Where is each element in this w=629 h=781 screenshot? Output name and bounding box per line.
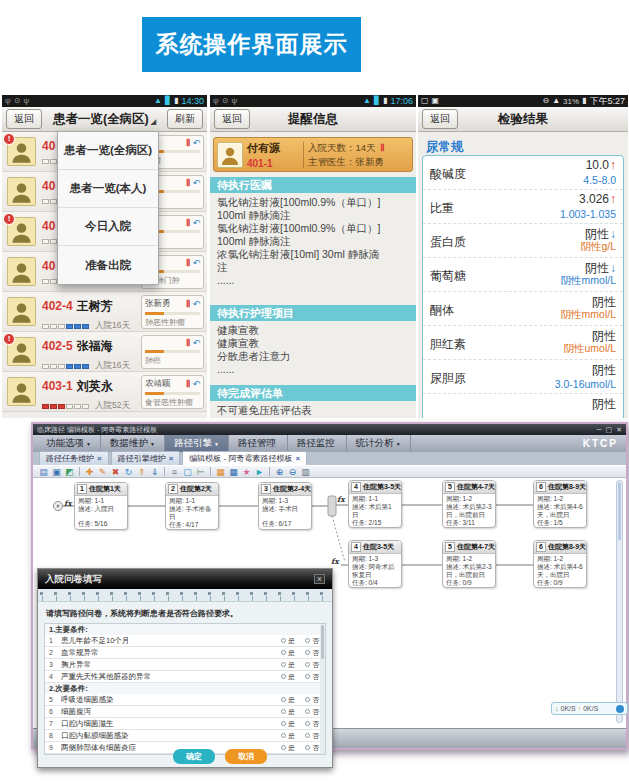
pathway-node[interactable]: 6住院第8-9天 周期: 1-2描述: 术后第4-6天，出院日任务: 1/5 <box>533 480 587 528</box>
lab-value: 阴性 <box>585 261 609 275</box>
close-button[interactable]: ✕ <box>616 426 622 434</box>
canvas-scrollbar[interactable] <box>616 480 623 723</box>
stay-days: 入院52天 <box>95 400 130 412</box>
delete-template-icon[interactable]: ✖ <box>109 466 122 478</box>
node-cycle: 周期: 1-2 <box>537 495 583 503</box>
screen-title[interactable]: 患者一览(全病区)◢ <box>46 111 163 128</box>
no-radio[interactable] <box>305 638 310 643</box>
select-icon[interactable]: ▢ <box>181 466 194 478</box>
save-icon[interactable]: ▣ <box>50 466 63 478</box>
tab-close-icon[interactable]: × <box>97 454 102 463</box>
pathway-node[interactable]: 2住院第2天 周期: 1-1描述: 手术准备日任务: 4/17 <box>165 482 219 530</box>
tab-path-engine[interactable]: 路径引擎维护× <box>111 451 181 465</box>
dropdown-item-mine[interactable]: 患者一览(本人) <box>58 170 158 208</box>
tree-icon[interactable]: ⊢ <box>194 466 207 478</box>
export-icon[interactable]: ◩ <box>63 466 76 478</box>
lab-row[interactable]: 胆红素 阴性 阴性umol/L <box>423 326 623 360</box>
lab-row[interactable]: 酸碱度 10.0↑ 4.5-8.0 <box>423 156 623 190</box>
yes-radio[interactable] <box>281 662 286 667</box>
grid-add-icon[interactable]: ▦ <box>214 466 227 478</box>
tab-edit-template[interactable]: 编辑模板 - 阿奇霉素路径模板× <box>182 451 307 465</box>
back-button[interactable]: 返回 <box>422 109 458 129</box>
patient-name: 刘英永 <box>77 379 113 393</box>
flag-icon[interactable]: ★ <box>240 466 253 478</box>
pathway-node[interactable]: 4住院3-5天 周期: 1-3描述: 阿奇术后恢复日任务: 0/4 <box>348 540 402 588</box>
patient-card[interactable]: 付有源 401-1 入院天数：14天 Ⅱ 主管医生：张新勇 <box>213 137 413 172</box>
list-icon[interactable]: ≡ <box>168 466 181 478</box>
pathway-box[interactable]: 农靖颖Ⅱ↶食管恶性肿瘤 <box>141 375 204 409</box>
tab-close-icon[interactable]: × <box>295 454 300 463</box>
lab-row[interactable]: 葡萄糖 阴性↓ 阴性mmol/L <box>423 258 623 292</box>
lab-row[interactable]: 比重 3.026↑ 1.003-1.035 <box>423 190 623 224</box>
grid-edit-icon[interactable]: ▦ <box>227 466 240 478</box>
menu-path-monitoring[interactable]: 路径监控 <box>288 435 347 452</box>
tab-path-task[interactable]: 路径任务维护× <box>39 451 109 465</box>
menu-data-maintenance[interactable]: 数据维护▼ <box>101 435 165 452</box>
no-radio[interactable] <box>305 733 310 738</box>
dropdown-item-all-wards[interactable]: 患者一览(全病区) <box>58 132 158 170</box>
pathway-box[interactable]: Ⅱ↶肺癌 <box>141 335 204 369</box>
patient-row[interactable]: 402-4王树芳 入院16天 张新勇Ⅱ↶肺恶性肿瘤 <box>2 292 207 332</box>
move-down-icon[interactable]: ⇓ <box>148 466 161 478</box>
no-radio[interactable] <box>305 662 310 667</box>
lab-row[interactable]: 尿胆原 阴性 3.0-16umol/L <box>423 360 623 394</box>
yes-radio[interactable] <box>281 674 286 679</box>
lab-row[interactable]: 蛋白质 阴性↓ 阴性g/L <box>423 224 623 258</box>
pathway-node[interactable]: 4住院第3-5天 周期: 1-1描述: 术后第1日任务: 2/15 <box>348 480 402 528</box>
pathway-node[interactable]: 3住院第2-4天 周期: 1-3描述: 手术日任务: 6/17 <box>258 482 312 530</box>
back-button[interactable]: 返回 <box>214 109 250 129</box>
new-icon[interactable]: ▤ <box>37 466 50 478</box>
yes-radio[interactable] <box>281 650 286 655</box>
patient-row[interactable]: ! 402-5张福海 入院16天 Ⅱ↶肺癌 <box>2 332 207 372</box>
pathway-node[interactable]: 1住院第1天 周期: 1-1描述: 入院日任务: 5/16 <box>74 482 128 530</box>
refresh-icon[interactable]: ↻ <box>122 466 135 478</box>
network-speed-widget[interactable]: ↓ 0K/S ↑ 0K/S <box>551 702 628 715</box>
cancel-button[interactable]: 取消 <box>225 749 267 764</box>
tab-close-icon[interactable]: × <box>169 454 174 463</box>
menu-path-engine[interactable]: 路径引擎▼ <box>165 435 229 452</box>
add-template-icon[interactable]: ✚ <box>83 466 96 478</box>
edit-template-icon[interactable]: ✎ <box>96 466 109 478</box>
refresh-button[interactable]: 刷新 <box>167 109 203 129</box>
dialog-close-icon[interactable]: × <box>314 574 325 584</box>
zoom-out-icon[interactable]: ⊖ <box>286 466 299 478</box>
maximize-button[interactable]: ▢ <box>606 426 613 434</box>
yes-radio[interactable] <box>281 721 286 726</box>
menu-path-management[interactable]: 路径管理 <box>229 435 288 452</box>
menu-label: 统计分析 <box>356 437 394 450</box>
question-number: 6 <box>49 708 61 715</box>
no-radio[interactable] <box>305 709 310 714</box>
no-radio[interactable] <box>305 674 310 679</box>
no-radio[interactable] <box>305 721 310 726</box>
pathway-node[interactable]: 5住院第4-7天 周期: 1-2描述: 术后第2-3日，出院前日任务: 0/9 <box>442 540 496 588</box>
move-up-icon[interactable]: ⇑ <box>135 466 148 478</box>
menu-statistics[interactable]: 统计分析▼ <box>347 435 411 452</box>
yes-radio[interactable] <box>281 709 286 714</box>
lab-row[interactable]: 酮体 阴性 阴性mmol/L <box>423 292 623 326</box>
page: 系统操作界面展示 ψ ⊙ ψ ▲ ▊ ▮ 14:30 返回 患者一览(全病区)◢… <box>0 0 629 781</box>
pathway-box[interactable]: 张新勇Ⅱ↶肺恶性肿瘤 <box>141 295 204 329</box>
dropdown-item-today-admitted[interactable]: 今日入院 <box>58 208 158 246</box>
zoom-in-icon[interactable]: ⊕ <box>273 466 286 478</box>
chevron-down-icon: ▼ <box>214 441 219 447</box>
pathway-node[interactable]: 5住院第4-7天 周期: 1-2描述: 术后第2-3日，出院前日任务: 3/11 <box>442 480 496 528</box>
menu-function-options[interactable]: 功能选项▼ <box>37 435 101 452</box>
lab-row[interactable]: 阴性 <box>423 394 623 418</box>
no-radio[interactable] <box>305 697 310 702</box>
patient-row[interactable]: 403-1刘英永 入院52天 农靖颖Ⅱ↶食管恶性肿瘤 <box>2 372 207 412</box>
no-radio[interactable] <box>305 650 310 655</box>
pathway-node[interactable]: 6住院第8-9天 周期: 1-2描述: 术后第4-6天，出院日任务: 0/9 <box>533 540 587 588</box>
question-text: 口腔内黏膜细菌感染 <box>61 731 271 741</box>
yes-radio[interactable] <box>281 733 286 738</box>
yes-radio[interactable] <box>281 697 286 702</box>
dropdown-item-ready-discharge[interactable]: 准备出院 <box>58 246 158 284</box>
question-text: 严重先天性其他脏器的异常 <box>61 672 271 682</box>
section-title: 1.主要条件: <box>45 624 325 635</box>
dialog-scrollbar[interactable] <box>320 624 325 754</box>
monitor-icon[interactable]: ▥ <box>299 466 312 478</box>
minimize-button[interactable]: ─ <box>597 426 602 433</box>
ok-button[interactable]: 确定 <box>173 749 215 764</box>
run-icon[interactable]: ► <box>253 466 266 478</box>
back-button[interactable]: 返回 <box>6 109 42 129</box>
yes-radio[interactable] <box>281 638 286 643</box>
